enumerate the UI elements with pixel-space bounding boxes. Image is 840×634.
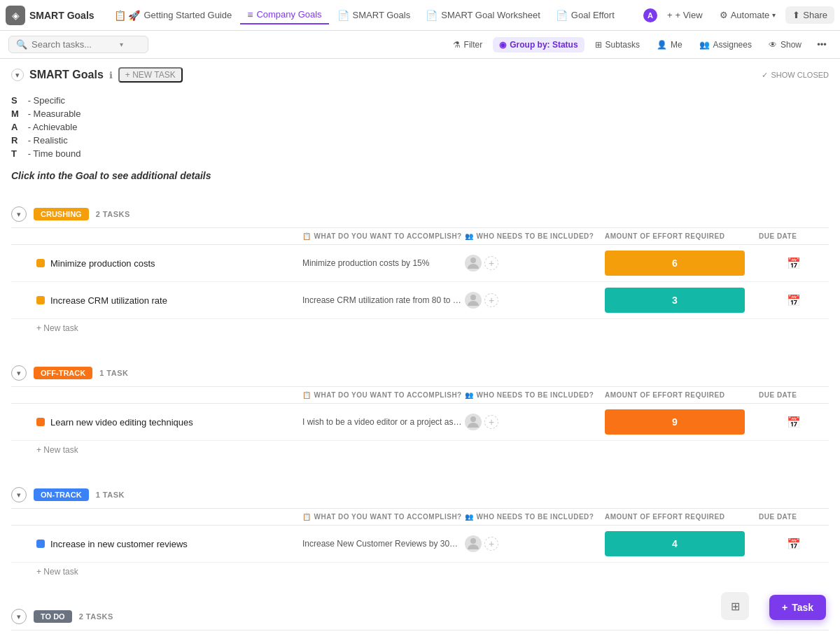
assignee-avatar-t4 xyxy=(465,535,482,552)
subtasks-button[interactable]: ⊞ Subtasks xyxy=(589,37,646,52)
view-button[interactable]: + + View xyxy=(660,6,710,24)
tab-smart-goals-label: SMART Goals xyxy=(353,10,411,20)
automate-caret-icon: ▾ xyxy=(772,11,776,19)
calendar-icon-t1[interactable]: 📅 xyxy=(787,257,801,270)
me-button[interactable]: 👤 Me xyxy=(650,37,689,52)
effort-bar-t2: 3 xyxy=(605,288,745,313)
add-assignee-t3[interactable]: + xyxy=(484,415,498,429)
show-button[interactable]: 👁 Show xyxy=(762,37,808,52)
group-header-on-track: ▾ ON-TRACK 1 TASK xyxy=(11,481,829,509)
col-included: 👥 WHO NEEDS TO BE INCLUDED? xyxy=(465,391,605,399)
effort-bar-t3: 9 xyxy=(605,409,745,435)
status-badge-off-track: OFF-TRACK xyxy=(34,367,92,379)
col-effort: AMOUNT OF EFFORT REQUIRED xyxy=(605,391,759,399)
search-input[interactable] xyxy=(31,39,115,50)
assignees-button[interactable]: 👥 Assignees xyxy=(693,37,758,52)
tab-goal-effort-icon: 📄 xyxy=(556,10,568,21)
smart-click-text: Click into the Goal to see additional de… xyxy=(11,170,829,181)
show-closed-button[interactable]: ✓ SHOW CLOSED xyxy=(762,71,829,80)
status-badge-crushing: CRUSHING xyxy=(34,208,89,220)
automate-button[interactable]: ⚙ Automate ▾ xyxy=(713,6,783,24)
search-box[interactable]: 🔍 ▾ xyxy=(8,36,148,53)
group-collapse-crushing[interactable]: ▾ xyxy=(11,206,27,222)
add-task-fab[interactable]: + Task xyxy=(769,595,826,620)
task-count-todo: 2 TASKS xyxy=(79,612,113,621)
group-header-todo: ▾ TO DO 2 TASKS xyxy=(11,603,829,631)
tab-getting-started[interactable]: 📋 🚀 Getting Started Guide xyxy=(107,7,239,24)
group-collapse-todo[interactable]: ▾ xyxy=(11,609,27,624)
new-task-button[interactable]: + NEW TASK xyxy=(118,67,183,83)
smart-a-letter: A xyxy=(11,122,25,132)
status-badge-todo: TO DO xyxy=(34,610,72,623)
task-name-t2[interactable]: Increase CRM utilization rate xyxy=(50,295,167,306)
grid-view-button[interactable]: ⊞ xyxy=(721,592,749,620)
section-collapse-button[interactable]: ▾ xyxy=(11,69,24,81)
group-on-track: ▾ ON-TRACK 1 TASK 📋 WHAT DO YOU WANT TO … xyxy=(11,481,829,581)
tab-smart-goal-worksheet[interactable]: 📄 SMART Goal Worksheet xyxy=(419,7,547,24)
toolbar: 🔍 ▾ ⚗ Filter ◉ Group by: Status ⊞ Subtas… xyxy=(0,31,840,59)
tab-smart-goals[interactable]: 📄 SMART Goals xyxy=(330,7,418,24)
search-caret-icon: ▾ xyxy=(120,41,123,48)
task-name-t3[interactable]: Learn new video editing techniques xyxy=(50,417,193,428)
group-collapse-on-track[interactable]: ▾ xyxy=(11,487,27,502)
new-task-row-off-track[interactable]: + New task xyxy=(11,441,829,459)
col-accomplish: 📋 WHAT DO YOU WANT TO ACCOMPLISH? xyxy=(302,513,465,521)
add-assignee-t2[interactable]: + xyxy=(484,293,498,307)
included-col-icon: 👥 xyxy=(465,391,474,399)
section-info-icon[interactable]: ℹ xyxy=(109,70,113,80)
due-date-cell-t2: 📅 xyxy=(759,294,829,307)
add-assignee-t1[interactable]: + xyxy=(484,256,498,270)
task-name-cell-t3: Learn new video editing techniques xyxy=(36,417,302,428)
calendar-icon-t2[interactable]: 📅 xyxy=(787,294,801,307)
task-count-off-track: 1 TASK xyxy=(99,369,128,377)
share-button[interactable]: ⬆ Share xyxy=(785,6,834,24)
col-included: 👥 WHO NEEDS TO BE INCLUDED? xyxy=(465,232,605,240)
more-options-button[interactable]: ••• xyxy=(812,35,832,55)
automate-icon: ⚙ xyxy=(720,10,728,20)
tab-smart-goals-icon: 📄 xyxy=(337,10,349,21)
task-name-cell-t4: Increase in new customer reviews xyxy=(36,539,302,549)
due-date-cell-t4: 📅 xyxy=(759,537,829,551)
task-name-t1[interactable]: Minimize production costs xyxy=(50,258,155,269)
task-dot-t4 xyxy=(36,540,45,548)
show-label: Show xyxy=(780,40,802,50)
included-col-icon: 👥 xyxy=(465,232,474,240)
filter-button[interactable]: ⚗ Filter xyxy=(447,37,489,52)
effort-cell-t1: 6 xyxy=(605,251,759,276)
svg-point-2 xyxy=(470,416,476,422)
app-title: SMART Goals xyxy=(29,10,94,21)
new-task-row-on-track[interactable]: + New task xyxy=(11,563,829,581)
view-label: + View xyxy=(675,10,702,20)
col-included: 👥 WHO NEEDS TO BE INCLUDED? xyxy=(465,513,605,521)
checkmark-icon: ✓ xyxy=(762,71,768,80)
tab-getting-started-label: Getting Started Guide xyxy=(144,10,232,20)
add-assignee-t4[interactable]: + xyxy=(484,537,498,551)
group-collapse-off-track[interactable]: ▾ xyxy=(11,365,27,381)
assignees-label: Assignees xyxy=(713,40,752,50)
included-col-icon: 👥 xyxy=(465,513,474,521)
col-accomplish: 📋 WHAT DO YOU WANT TO ACCOMPLISH? xyxy=(302,391,465,399)
section-title: SMART Goals xyxy=(29,69,104,81)
new-task-row-crushing[interactable]: + New task xyxy=(11,319,829,337)
task-name-t4[interactable]: Increase in new customer reviews xyxy=(50,539,188,549)
app-icon: ◈ xyxy=(6,6,25,25)
group-by-button[interactable]: ◉ Group by: Status xyxy=(493,37,584,52)
tab-company-goals[interactable]: ≡ Company Goals xyxy=(240,6,328,24)
smart-intro: S - Specific M - Measurable A - Achievab… xyxy=(11,90,829,187)
smart-a-line: A - Achievable xyxy=(11,122,829,132)
tab-goal-effort[interactable]: 📄 Goal Effort xyxy=(549,7,622,24)
smart-s-line: S - Specific xyxy=(11,95,829,106)
tab-company-goals-icon: ≡ xyxy=(247,9,253,20)
assignee-avatar-t3 xyxy=(465,414,482,430)
group-header-crushing: ▾ CRUSHING 2 TASKS xyxy=(11,201,829,228)
task-dot-t2 xyxy=(36,296,45,304)
col-headers-off-track: 📋 WHAT DO YOU WANT TO ACCOMPLISH? 👥 WHO … xyxy=(11,387,829,404)
smart-r-desc: - Realistic xyxy=(28,135,68,146)
calendar-icon-t3[interactable]: 📅 xyxy=(787,416,801,429)
effort-bar-t1: 6 xyxy=(605,251,745,276)
col-accomplish: 📋 WHAT DO YOU WANT TO ACCOMPLISH? xyxy=(302,232,465,240)
col-due-date: DUE DATE xyxy=(759,391,829,399)
col-headers-todo: 📋 WHAT DO YOU WANT TO ACCOMPLISH? 👥 WHO … xyxy=(11,631,829,634)
task-dot-t1 xyxy=(36,259,45,267)
calendar-icon-t4[interactable]: 📅 xyxy=(787,537,801,551)
